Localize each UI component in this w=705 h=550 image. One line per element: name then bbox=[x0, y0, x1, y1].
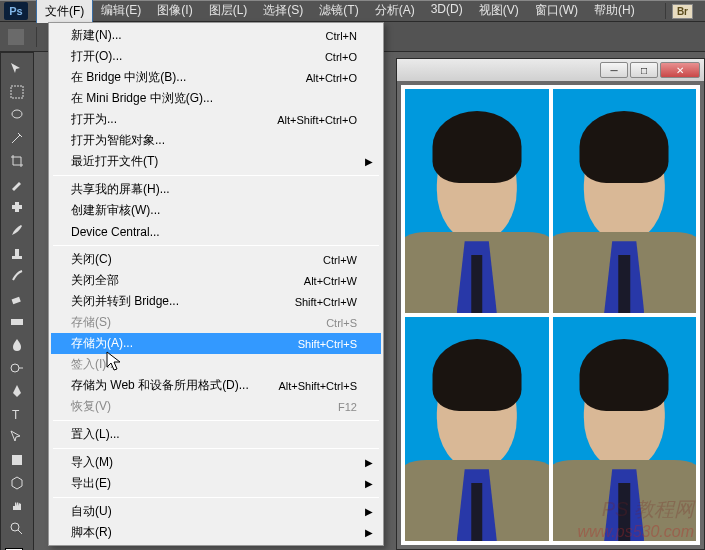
menu-item[interactable]: 置入(L)... bbox=[51, 424, 381, 445]
path-tool-icon[interactable] bbox=[4, 426, 30, 448]
menu-item-label: 恢复(V) bbox=[71, 398, 338, 415]
marquee-tool-icon[interactable] bbox=[4, 81, 30, 103]
separator bbox=[36, 27, 37, 47]
wand-tool-icon[interactable] bbox=[4, 127, 30, 149]
menu-item[interactable]: 新建(N)...Ctrl+N bbox=[51, 25, 381, 46]
menu-item-shortcut: Alt+Shift+Ctrl+O bbox=[277, 114, 357, 126]
menu-item[interactable]: 打开(O)...Ctrl+O bbox=[51, 46, 381, 67]
menubar: Ps 文件(F)编辑(E)图像(I)图层(L)选择(S)滤镜(T)分析(A)3D… bbox=[0, 0, 705, 22]
menu-item-shortcut: Alt+Ctrl+O bbox=[306, 72, 357, 84]
zoom-tool-icon[interactable] bbox=[4, 518, 30, 540]
menu-item[interactable]: 自动(U)▶ bbox=[51, 501, 381, 522]
menu-item[interactable]: 打开为智能对象... bbox=[51, 130, 381, 151]
3d-tool-icon[interactable] bbox=[4, 472, 30, 494]
menu-separator bbox=[53, 497, 379, 498]
menu-item[interactable]: 最近打开文件(T)▶ bbox=[51, 151, 381, 172]
maximize-button[interactable]: □ bbox=[630, 62, 658, 78]
menu-item[interactable]: 关闭全部Alt+Ctrl+W bbox=[51, 270, 381, 291]
menu-item-label: 关闭并转到 Bridge... bbox=[71, 293, 295, 310]
svg-point-11 bbox=[11, 523, 19, 531]
menu-item-shortcut: Alt+Ctrl+W bbox=[304, 275, 357, 287]
menubar-item-1[interactable]: 编辑(E) bbox=[93, 0, 149, 23]
submenu-arrow-icon: ▶ bbox=[365, 457, 373, 468]
menu-item-label: 导入(M) bbox=[71, 454, 357, 471]
submenu-arrow-icon: ▶ bbox=[365, 527, 373, 538]
tool-preset-icon[interactable] bbox=[8, 29, 24, 45]
lasso-tool-icon[interactable] bbox=[4, 104, 30, 126]
menu-item-label: 脚本(R) bbox=[71, 524, 357, 541]
pen-tool-icon[interactable] bbox=[4, 380, 30, 402]
move-tool-icon[interactable] bbox=[4, 58, 30, 80]
healing-tool-icon[interactable] bbox=[4, 196, 30, 218]
menu-item[interactable]: 存储为(A)...Shift+Ctrl+S bbox=[51, 333, 381, 354]
close-button[interactable]: ✕ bbox=[660, 62, 700, 78]
menu-item[interactable]: 关闭(C)Ctrl+W bbox=[51, 249, 381, 270]
menu-item: 存储(S)Ctrl+S bbox=[51, 312, 381, 333]
menu-item-label: 在 Bridge 中浏览(B)... bbox=[71, 69, 306, 86]
menubar-item-10[interactable]: 帮助(H) bbox=[586, 0, 643, 23]
menubar-item-8[interactable]: 视图(V) bbox=[471, 0, 527, 23]
stamp-tool-icon[interactable] bbox=[4, 242, 30, 264]
menu-item[interactable]: 存储为 Web 和设备所用格式(D)...Alt+Shift+Ctrl+S bbox=[51, 375, 381, 396]
document-window: ─ □ ✕ PS 教程网 www.ps530.com bbox=[396, 58, 705, 550]
menu-item-label: 创建新审核(W)... bbox=[71, 202, 357, 219]
menu-item-label: 最近打开文件(T) bbox=[71, 153, 357, 170]
menubar-item-0[interactable]: 文件(F) bbox=[36, 0, 93, 23]
menu-item[interactable]: 创建新审核(W)... bbox=[51, 200, 381, 221]
menu-item[interactable]: Device Central... bbox=[51, 221, 381, 242]
dodge-tool-icon[interactable] bbox=[4, 357, 30, 379]
history-brush-tool-icon[interactable] bbox=[4, 265, 30, 287]
svg-rect-0 bbox=[11, 86, 23, 98]
svg-rect-10 bbox=[12, 455, 22, 465]
menu-item[interactable]: 脚本(R)▶ bbox=[51, 522, 381, 543]
eyedropper-tool-icon[interactable] bbox=[4, 173, 30, 195]
eraser-tool-icon[interactable] bbox=[4, 288, 30, 310]
menubar-item-3[interactable]: 图层(L) bbox=[201, 0, 256, 23]
menu-item-label: 存储为(A)... bbox=[71, 335, 298, 352]
menu-item[interactable]: 导出(E)▶ bbox=[51, 473, 381, 494]
menu-item-shortcut: Ctrl+O bbox=[325, 51, 357, 63]
blur-tool-icon[interactable] bbox=[4, 334, 30, 356]
menu-item-shortcut: Shift+Ctrl+W bbox=[295, 296, 357, 308]
menu-item[interactable]: 在 Mini Bridge 中浏览(G)... bbox=[51, 88, 381, 109]
id-photo bbox=[553, 89, 697, 313]
menu-item-label: Device Central... bbox=[71, 225, 357, 239]
svg-rect-3 bbox=[15, 202, 19, 212]
menu-item-label: 新建(N)... bbox=[71, 27, 326, 44]
bridge-button[interactable]: Br bbox=[672, 4, 693, 19]
svg-point-1 bbox=[12, 110, 22, 118]
hand-tool-icon[interactable] bbox=[4, 495, 30, 517]
menubar-item-4[interactable]: 选择(S) bbox=[255, 0, 311, 23]
document-titlebar: ─ □ ✕ bbox=[397, 59, 704, 81]
menu-item-label: 打开为智能对象... bbox=[71, 132, 357, 149]
minimize-button[interactable]: ─ bbox=[600, 62, 628, 78]
color-swatches[interactable] bbox=[3, 546, 31, 550]
brush-tool-icon[interactable] bbox=[4, 219, 30, 241]
menubar-item-6[interactable]: 分析(A) bbox=[367, 0, 423, 23]
menu-item[interactable]: 关闭并转到 Bridge...Shift+Ctrl+W bbox=[51, 291, 381, 312]
menubar-item-2[interactable]: 图像(I) bbox=[149, 0, 200, 23]
menu-item[interactable]: 打开为...Alt+Shift+Ctrl+O bbox=[51, 109, 381, 130]
menu-item[interactable]: 在 Bridge 中浏览(B)...Alt+Ctrl+O bbox=[51, 67, 381, 88]
type-tool-icon[interactable]: T bbox=[4, 403, 30, 425]
canvas[interactable]: PS 教程网 www.ps530.com bbox=[401, 85, 700, 545]
id-photo bbox=[405, 89, 549, 313]
menu-item-shortcut: Ctrl+N bbox=[326, 30, 357, 42]
id-photo bbox=[553, 317, 697, 541]
menu-item-label: 自动(U) bbox=[71, 503, 357, 520]
menu-item[interactable]: 导入(M)▶ bbox=[51, 452, 381, 473]
menubar-item-7[interactable]: 3D(D) bbox=[423, 0, 471, 23]
gradient-tool-icon[interactable] bbox=[4, 311, 30, 333]
menu-item-label: 关闭(C) bbox=[71, 251, 323, 268]
shape-tool-icon[interactable] bbox=[4, 449, 30, 471]
svg-rect-6 bbox=[12, 297, 21, 304]
menu-item[interactable]: 共享我的屏幕(H)... bbox=[51, 179, 381, 200]
menubar-item-9[interactable]: 窗口(W) bbox=[527, 0, 586, 23]
menu-item: 恢复(V)F12 bbox=[51, 396, 381, 417]
menu-separator bbox=[53, 245, 379, 246]
toolbox: T bbox=[0, 52, 34, 550]
crop-tool-icon[interactable] bbox=[4, 150, 30, 172]
menubar-item-5[interactable]: 滤镜(T) bbox=[311, 0, 366, 23]
file-menu-dropdown: 新建(N)...Ctrl+N打开(O)...Ctrl+O在 Bridge 中浏览… bbox=[48, 22, 384, 546]
menu-item-label: 关闭全部 bbox=[71, 272, 304, 289]
